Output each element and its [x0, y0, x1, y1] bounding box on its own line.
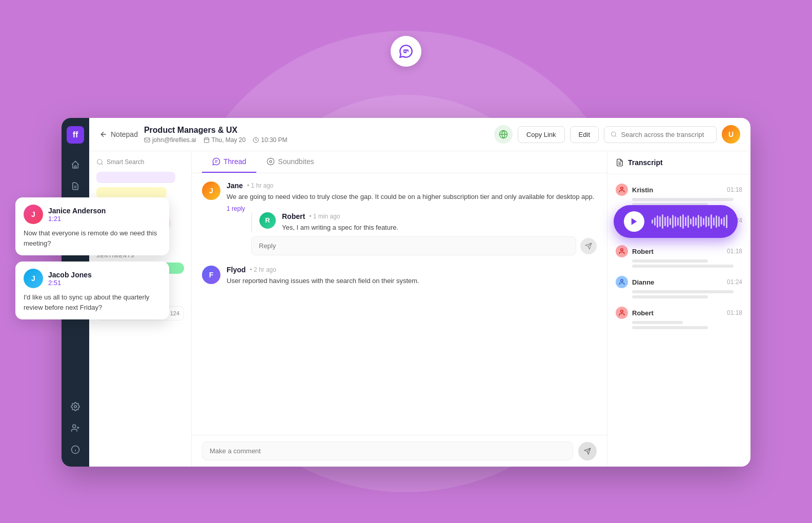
chat-bubble-icon [399, 44, 413, 58]
transcript-item-robert-2: Robert 01:18 [607, 303, 750, 333]
reply-input-row [251, 236, 597, 255]
message-robert-name: Robert [282, 212, 305, 220]
audio-player [614, 205, 738, 238]
t-line-dianne-2 [632, 295, 708, 298]
card-avatar-jacob: J [24, 269, 43, 288]
avatar-robert: R [259, 212, 276, 229]
back-arrow-icon [99, 130, 108, 138]
svg-point-0 [403, 51, 404, 52]
search-bar[interactable] [604, 126, 717, 143]
t-avatar-robert-2 [616, 307, 628, 319]
svg-point-2 [408, 51, 409, 52]
t-avatar-dianne [616, 276, 628, 288]
play-button[interactable] [624, 211, 644, 232]
transcript-item-dianne: Dianne 01:24 [607, 272, 750, 303]
svg-point-35 [621, 279, 623, 282]
svg-point-36 [621, 310, 623, 313]
home-icon [71, 160, 80, 169]
wave-bar-21 [703, 218, 704, 225]
wave-bar-14 [685, 217, 686, 226]
message-robert-time: • 1 min ago [309, 213, 340, 220]
globe-icon [499, 130, 508, 139]
clock-icon [253, 137, 259, 143]
wave-bar-13 [682, 214, 684, 229]
reply-thread-jane: R Robert • 1 min ago Yes, I am writing a… [251, 212, 597, 233]
transcript-speaker-robert-2: Robert 01:18 [616, 307, 742, 319]
message-robert-text: Yes, I am writing a spec for this featur… [282, 223, 597, 233]
copy-link-button[interactable]: Copy Link [518, 126, 565, 143]
app-logo[interactable]: ff [67, 126, 84, 144]
date-text: Thu, May 20 [212, 136, 246, 144]
t-time-kristin: 01:18 [727, 186, 742, 193]
thread-messages: J Jane • 1 hr ago We are going to need v… [192, 173, 607, 435]
tab-thread[interactable]: Thread [202, 151, 256, 173]
message-flyod-body: Flyod • 2 hr ago User reported having is… [227, 266, 597, 286]
wave-bar-10 [675, 216, 676, 227]
sidebar-item-home[interactable] [67, 156, 84, 173]
t-name-robert: Robert [632, 248, 654, 255]
smart-search-text: Smart Search [107, 158, 144, 166]
message-robert-header: Robert • 1 min ago [282, 212, 597, 220]
message-jane-text: We are going to need video to truly clos… [227, 192, 597, 202]
sidebar-item-docs[interactable] [67, 177, 84, 195]
transcript-title: Transcript [628, 158, 663, 167]
message-robert: R Robert • 1 min ago Yes, I am writing a… [259, 212, 597, 233]
reply-input[interactable] [251, 236, 576, 255]
search-input[interactable] [621, 131, 710, 138]
card-text-2: I'd like us all to sync up about the qua… [24, 292, 161, 312]
wave-bar-15 [687, 215, 689, 228]
message-jane-body: Jane • 1 hr ago We are going to need vid… [227, 182, 597, 255]
thread-tab-icon [212, 157, 220, 166]
message-robert-body: Robert • 1 min ago Yes, I am writing a s… [282, 212, 597, 233]
meeting-time: 10:30 PM [253, 136, 287, 144]
meeting-meta: john@fireflies.ai Thu, May 20 10:30 PM [144, 136, 488, 144]
globe-button[interactable] [494, 125, 513, 144]
info-icon [71, 445, 80, 454]
user-icon-3 [618, 248, 625, 255]
reply-count-jane[interactable]: 1 reply [227, 205, 597, 212]
tabs: Thread Soundbites [192, 151, 607, 173]
message-flyod: F Flyod • 2 hr ago User reported having … [202, 266, 597, 286]
document-icon [71, 182, 80, 191]
message-flyod-time: • 2 hr ago [250, 266, 276, 273]
svg-rect-10 [145, 138, 150, 142]
meeting-title: Product Managers & UX [144, 126, 488, 135]
user-icon-4 [618, 278, 625, 286]
thread-panel: Thread Soundbites J [192, 151, 607, 467]
meeting-info: Product Managers & UX john@fireflies.ai … [144, 126, 488, 144]
wave-bar-6 [664, 217, 666, 226]
transcript-icon [616, 158, 624, 167]
svg-point-4 [73, 425, 76, 428]
logo-text: ff [73, 130, 78, 139]
sidebar-item-add-user[interactable] [67, 419, 84, 437]
t-line-robert2-2 [632, 326, 708, 329]
soundbites-tab-icon [267, 157, 275, 166]
t-time-robert-2: 01:18 [727, 309, 742, 316]
comment-input[interactable] [202, 441, 573, 460]
wave-bar-20 [700, 216, 702, 227]
comment-send-button[interactable] [578, 442, 597, 460]
user-icon-5 [618, 309, 625, 316]
svg-point-18 [612, 132, 616, 136]
svg-point-3 [74, 406, 77, 408]
wave-bar-3 [657, 215, 658, 228]
reply-send-button[interactable] [580, 238, 597, 254]
t-name-robert-2: Robert [632, 309, 654, 317]
message-flyod-header: Flyod • 2 hr ago [227, 266, 597, 274]
edit-button[interactable]: Edit [570, 126, 599, 143]
wave-bar-27 [718, 216, 720, 227]
speaker-count: 124 [170, 310, 179, 316]
meeting-email: john@fireflies.ai [144, 136, 196, 144]
floating-comment-card-2: J Jacob Jones 2:51 I'd like us all to sy… [15, 262, 169, 319]
back-button[interactable]: Notepad [99, 130, 138, 138]
tab-soundbites[interactable]: Soundbites [256, 151, 324, 173]
tab-thread-label: Thread [224, 157, 246, 166]
t-name-kristin: Kristin [632, 186, 653, 194]
card-text-1: Now that everyone is remote do we need t… [24, 228, 161, 248]
wave-bar-23 [708, 217, 709, 226]
sidebar-item-settings[interactable] [67, 398, 84, 415]
wave-bar-18 [695, 217, 697, 226]
sidebar-item-info[interactable] [67, 441, 84, 458]
transcript-speaker-dianne: Dianne 01:24 [616, 276, 742, 288]
header-actions: Copy Link Edit U [494, 125, 740, 144]
